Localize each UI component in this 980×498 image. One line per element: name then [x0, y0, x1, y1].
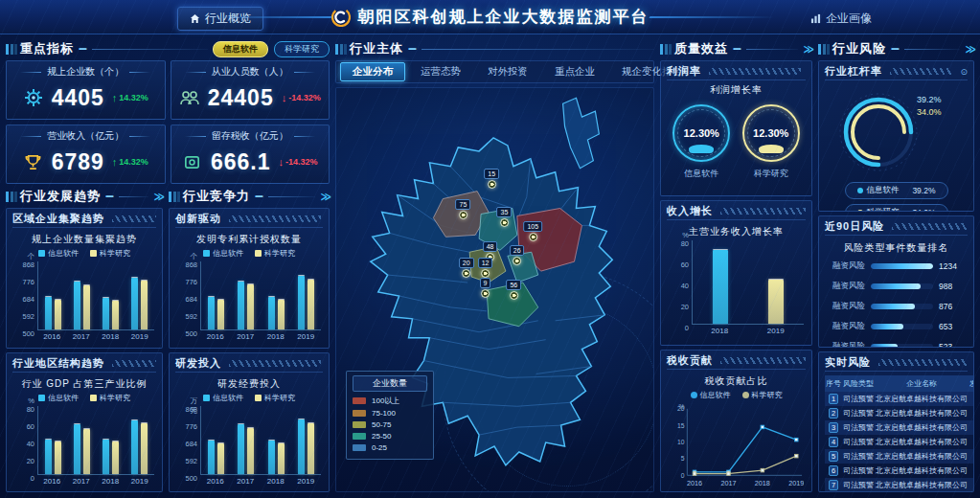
x-label: 2019	[131, 477, 148, 486]
subpanel-rnd-investment: 研发投入 研发经费投入信息软件科学研究500592684776868万元2016…	[169, 352, 330, 493]
info-icon[interactable]: ⊙	[960, 67, 968, 77]
panel-key-indicators: 重点指标 – 信息软件 科学研究 规上企业数（个） 4405 ↑14.32%	[6, 40, 330, 184]
gear-icon	[23, 87, 44, 108]
tab-industry-overview[interactable]: 行业概览	[177, 7, 263, 31]
legend-label: 科学研究	[752, 390, 783, 400]
x-label: 2017	[237, 332, 254, 341]
legend-swatch	[203, 395, 210, 401]
bar	[74, 424, 80, 473]
map-marker[interactable]: 75	[455, 199, 470, 219]
map-marker[interactable]: 26	[510, 245, 525, 265]
panel-title: 行业风险	[832, 40, 886, 57]
table-row[interactable]: 3司法预警北京启航卓越科技有限公司03-16	[825, 420, 974, 435]
map-marker[interactable]: 20	[459, 258, 474, 278]
wave-decor	[689, 145, 714, 153]
tab-重点企业[interactable]: 重点企业	[543, 63, 606, 80]
legend-item: 信息软件	[203, 393, 243, 403]
tab-对外投资[interactable]: 对外投资	[476, 63, 539, 80]
bar	[103, 298, 109, 329]
svg-text:15: 15	[677, 422, 685, 429]
panel-title: 行业主体	[350, 40, 403, 57]
map-marker[interactable]: 56	[506, 280, 521, 300]
bar-group	[768, 280, 784, 324]
map-marker[interactable]: 15	[484, 169, 499, 189]
legend-dot-icon	[857, 210, 863, 212]
tag-science-research[interactable]: 科学研究	[274, 41, 330, 57]
more-icon[interactable]: ≫	[965, 43, 974, 56]
kpi-delta: ↓-14.32%	[279, 156, 318, 168]
bar-group	[208, 441, 224, 473]
axis-tick: 500	[185, 329, 197, 338]
hatch-decor	[892, 223, 968, 230]
x-label: 2019	[131, 332, 148, 341]
more-icon[interactable]: ≫	[803, 43, 812, 56]
more-icon[interactable]: ≫	[153, 191, 163, 203]
hatch-decor	[229, 360, 321, 367]
bar	[83, 285, 90, 329]
bar	[112, 301, 119, 329]
map-marker[interactable]: 105	[523, 221, 542, 241]
tab-运营态势[interactable]: 运营态势	[409, 63, 472, 80]
table-row[interactable]: 1司法预警北京启航卓越科技有限公司03-16	[825, 392, 974, 406]
chart-title: 研发经费投入	[177, 377, 321, 391]
kpi-card-enterprises: 规上企业数（个） 4405 ↑14.32%	[6, 60, 166, 120]
tab-企业分布[interactable]: 企业分布	[340, 62, 405, 81]
kpi-delta: ↑14.32%	[112, 156, 148, 168]
chart-income-growth: 主营业务收入增长率020406080%20182019	[667, 220, 806, 335]
bar	[247, 284, 254, 329]
bar	[131, 420, 138, 474]
table-cell: 03-16	[969, 464, 974, 478]
x-label: 2018	[711, 327, 728, 335]
axis-tick: 20	[27, 456, 34, 464]
table-row[interactable]: 5司法预警北京启航卓越科技有限公司03-16	[825, 449, 974, 464]
map-marker[interactable]: 35	[497, 207, 513, 227]
bar-group	[45, 440, 61, 474]
kpi-grid: 规上企业数（个） 4405 ↑14.32% 从业人员数（人） 24405 ↓-1…	[6, 60, 330, 184]
chart-legend: 信息软件科学研究	[14, 248, 154, 259]
marker-pin-icon	[459, 211, 467, 219]
axis-tick: 684	[185, 439, 197, 447]
table-row[interactable]: 4司法预警北京启航卓越科技有限公司03-16	[825, 435, 974, 449]
hbar-row[interactable]: 融资风险988	[829, 281, 964, 292]
marker-pin-icon	[488, 180, 496, 189]
chart-legend: 信息软件科学研究	[177, 393, 321, 403]
map-marker[interactable]: 9	[480, 278, 491, 298]
bar	[238, 282, 244, 329]
x-label: 2018	[102, 332, 119, 341]
gauge-science-research: 12.30% 科学研究	[742, 104, 800, 180]
legend-swatch	[203, 250, 210, 257]
kpi-label: 从业人员数（人）	[179, 65, 322, 79]
tab-enterprise-portrait[interactable]: 企业画像	[798, 7, 884, 31]
bar	[45, 297, 52, 329]
x-label: 2017	[237, 477, 254, 486]
table-row[interactable]: 2司法预警北京启航卓越科技有限公司03-16	[825, 406, 974, 420]
legend-swatch	[38, 250, 45, 257]
row-index-badge: 5	[829, 451, 838, 462]
hbar-value: 988	[939, 282, 964, 291]
chart-risk-ranking: 风险类型事件数量排名融资风险1234融资风险988融资风险876融资风险653融…	[825, 236, 968, 348]
bar	[208, 441, 215, 473]
table-row[interactable]: 6司法预警北京启航卓越科技有限公司03-16	[825, 464, 974, 478]
marker-value: 26	[510, 245, 525, 256]
hbar-row[interactable]: 融资风险653	[829, 321, 964, 332]
hbar-row[interactable]: 融资风险876	[829, 301, 964, 312]
bars-area	[201, 406, 321, 474]
table-row[interactable]: 7司法预警北京启航卓越科技有限公司03-16	[825, 478, 974, 492]
bars-area	[38, 261, 154, 329]
kpi-value: 24405	[208, 85, 274, 111]
tag-info-software[interactable]: 信息软件	[213, 41, 268, 57]
hbar-row[interactable]: 融资风险523	[829, 341, 964, 348]
line-chart-svg: 05101520%2016201720182019	[669, 403, 804, 488]
leverage-legend-value: 34.0%	[912, 208, 935, 212]
map-marker[interactable]: 12	[478, 258, 493, 278]
kpi-label: 规上企业数（个）	[14, 65, 157, 79]
axis-unit: 个	[191, 252, 198, 261]
panel-industry-trend: 行业发展趋势 – ≫ 区域企业集聚趋势 规上企业数量集聚趋势信息软件科学研究50…	[6, 188, 163, 492]
subpanel-innovation: 创新驱动 发明专利累计授权数量信息软件科学研究500592684776868个2…	[169, 208, 330, 349]
hbar-row[interactable]: 融资风险1234	[829, 260, 964, 272]
axis-tick: 776	[22, 278, 34, 286]
more-icon[interactable]: ≫	[320, 191, 330, 203]
map-legend-label: 75-100	[372, 409, 396, 418]
panel-industry-main: 行业主体 – 企业分布运营态势对外投资重点企业规企变化排名	[335, 40, 654, 492]
axis-unit: %	[682, 231, 689, 239]
